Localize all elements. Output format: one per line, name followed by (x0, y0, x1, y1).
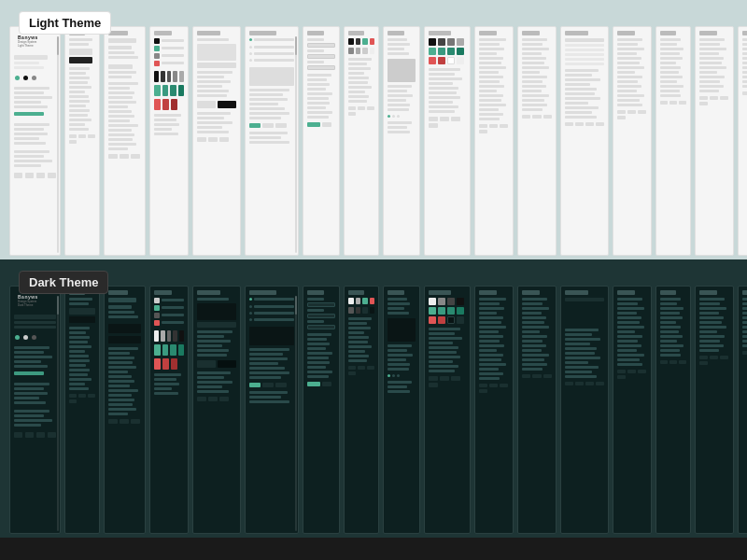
light-modals-frame (517, 26, 557, 256)
light-buttons-frame (344, 26, 379, 256)
light-color-frame (149, 26, 189, 256)
light-brand-frame: Banyws Design System Light Theme (9, 26, 61, 256)
light-cards-frame (424, 26, 471, 256)
light-forms-frame (303, 26, 340, 256)
light-theme-label: Light Theme (19, 11, 111, 35)
light-navigation-frame (474, 26, 514, 256)
dark-misc1-frame (613, 286, 652, 534)
dark-full-theme-frame (192, 286, 241, 534)
dark-brand-frame: Banyws Design System Dark Theme (9, 286, 61, 534)
dark-responsive-frame (245, 286, 299, 534)
dark-tables-frame (560, 286, 609, 534)
light-misc1-frame (613, 26, 652, 256)
light-misc3-frame (695, 26, 734, 256)
light-typography-frame (104, 26, 146, 256)
light-full-theme-frame (192, 26, 241, 256)
light-styling-frame (64, 26, 100, 256)
dark-inputs-frame (383, 286, 420, 534)
dark-buttons-frame (344, 286, 379, 534)
light-inputs-frame (383, 26, 420, 256)
light-misc2-frame (655, 26, 691, 256)
dark-cards-frame (424, 286, 471, 534)
light-tables-frame (560, 26, 609, 256)
dark-forms-frame (303, 286, 340, 534)
dark-theme-section: Dark Theme Banyws Design System Dark The… (0, 259, 747, 538)
dark-misc2-frame (655, 286, 691, 534)
dark-color-frame (149, 286, 189, 534)
dark-frames-container: Banyws Design System Dark Theme (9, 286, 747, 534)
dark-theme-label: Dark Theme (19, 271, 108, 294)
light-frames-container: Banyws Design System Light Theme (9, 26, 747, 256)
dark-styling-frame (64, 286, 100, 534)
dark-misc3-frame (695, 286, 734, 534)
dark-modals-frame (517, 286, 557, 534)
dark-navigation-frame (474, 286, 514, 534)
light-theme-section: Light Theme Banyws Design System Light T… (0, 0, 747, 259)
dark-misc4-frame (738, 286, 747, 534)
light-misc4-frame (738, 26, 747, 256)
dark-typography-frame (104, 286, 146, 534)
light-responsive-frame (245, 26, 299, 256)
